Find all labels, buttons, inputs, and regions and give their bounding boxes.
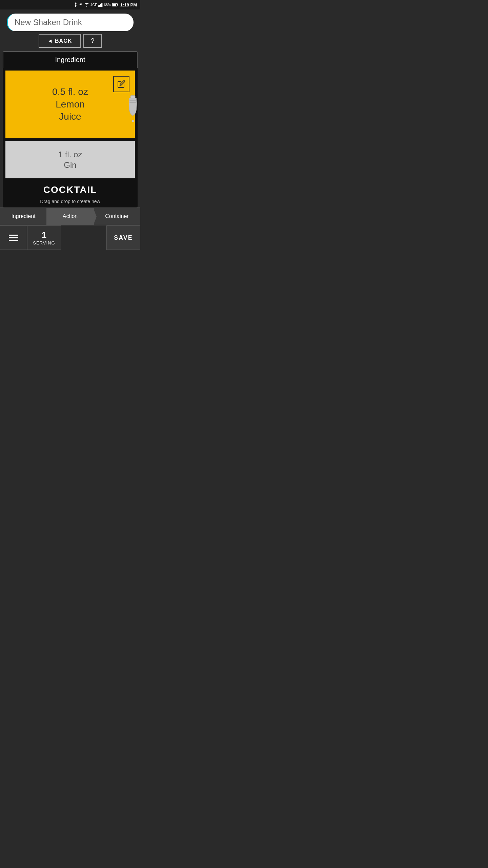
bottom-action-bar: 1 SERVING SAVE — [0, 225, 140, 250]
svg-rect-10 — [129, 102, 136, 103]
tab-action[interactable]: Action — [47, 208, 94, 225]
gin-name: Gin — [12, 160, 128, 170]
svg-rect-8 — [130, 96, 135, 98]
ingredient-lemon-text: 0.5 fl. oz LemonJuice — [52, 86, 88, 123]
status-icons: 4GE 68% — [73, 2, 119, 7]
hamburger-line-1 — [9, 235, 18, 236]
cocktail-label: COCKTAIL — [3, 181, 138, 199]
clock: 1:18 PM — [120, 2, 137, 7]
ingredient-header: Ingredient — [3, 51, 138, 68]
ingredient-gin-text: 1 fl. oz Gin — [12, 149, 128, 170]
status-bar: 4GE 68% 1:18 PM — [0, 0, 140, 9]
hamburger-line-3 — [9, 240, 18, 241]
svg-rect-7 — [113, 4, 116, 6]
bottom-tabs: Ingredient Action Container — [0, 208, 140, 225]
shaker-dot — [132, 120, 134, 122]
signal-label: 4GE — [90, 3, 97, 7]
ingredient-card-lemon[interactable]: 0.5 fl. oz LemonJuice — [5, 71, 135, 138]
gin-amount: 1 fl. oz — [12, 149, 128, 160]
nav-buttons: ◄ BACK ? — [0, 34, 140, 51]
svg-rect-4 — [102, 3, 103, 7]
tab-ingredient[interactable]: Ingredient — [0, 208, 47, 225]
lemon-name: LemonJuice — [52, 98, 88, 123]
hamburger-line-2 — [9, 237, 18, 238]
menu-button[interactable] — [0, 225, 27, 250]
title-input-area — [0, 9, 140, 34]
shaker-icon — [127, 95, 139, 122]
save-button[interactable]: SAVE — [106, 225, 140, 250]
svg-rect-0 — [98, 5, 99, 7]
serving-count: 1 — [42, 230, 46, 240]
tab-container[interactable]: Container — [94, 208, 140, 225]
serving-button[interactable]: 1 SERVING — [27, 225, 61, 250]
svg-rect-6 — [117, 4, 118, 5]
svg-rect-1 — [99, 5, 100, 7]
main-content: Ingredient 0.5 fl. oz LemonJuice 1 fl. o… — [3, 51, 138, 208]
edit-ingredient-button[interactable] — [113, 76, 129, 92]
svg-rect-2 — [100, 4, 101, 7]
ingredient-card-gin[interactable]: 1 fl. oz Gin — [5, 141, 135, 178]
svg-rect-9 — [129, 100, 136, 101]
battery-label: 68% — [104, 3, 111, 7]
svg-rect-3 — [101, 3, 102, 7]
serving-label: SERVING — [33, 240, 55, 245]
back-button[interactable]: ◄ BACK — [39, 34, 81, 48]
spacer — [61, 225, 106, 250]
lemon-amount: 0.5 fl. oz — [52, 86, 88, 98]
drink-name-input[interactable] — [7, 14, 134, 31]
drag-hint: Drag and drop to create new — [3, 199, 138, 208]
help-button[interactable]: ? — [83, 34, 102, 48]
